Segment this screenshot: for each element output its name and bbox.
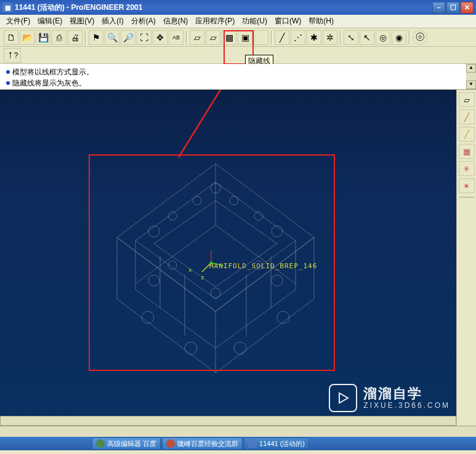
fit-button[interactable]: ⛶ <box>137 30 151 45</box>
doc-name: 11441 <box>15 3 35 12</box>
taskbar-item-2[interactable]: 咙嵴百度经验交流群 <box>162 437 243 450</box>
rtool-plane-icon[interactable]: ▱ <box>459 92 475 107</box>
app-icon: ▦ <box>2 2 12 12</box>
axis-label-z: z <box>201 274 204 281</box>
task-icon <box>166 439 175 448</box>
wireframe-button[interactable]: ▱ <box>190 30 204 45</box>
menu-view[interactable]: 视图(V) <box>66 15 98 28</box>
rtool-separator <box>459 197 474 197</box>
titlebar: ▦ 11441 (活动的) - Pro/ENGINEER 2001 – ☐ ✕ <box>0 0 476 15</box>
title-separator: - <box>67 3 69 12</box>
flag-button[interactable]: ⚑ <box>89 30 103 45</box>
menu-analysis[interactable]: 分析(A) <box>127 15 159 28</box>
close-button[interactable]: ✕ <box>461 2 474 14</box>
svg-point-11 <box>211 288 220 298</box>
message-scrollbar[interactable]: ▲ ▼ <box>466 64 476 89</box>
datum-csys-button[interactable]: ✲ <box>323 30 337 45</box>
datum-axis-button[interactable]: ⋰ <box>291 30 305 45</box>
svg-point-7 <box>272 226 283 237</box>
toolbar-separator <box>271 31 272 44</box>
menu-window[interactable]: 窗口(W) <box>271 15 305 28</box>
svg-point-6 <box>148 226 159 237</box>
rtool-line-icon[interactable]: ╱ <box>459 110 475 124</box>
zoomin-button[interactable]: 🔍 <box>105 30 119 45</box>
menu-help[interactable]: 帮助(H) <box>305 15 337 28</box>
task-icon <box>96 439 105 448</box>
pan-button[interactable]: ✥ <box>153 30 167 45</box>
shaded-button[interactable]: ▣ <box>238 30 252 45</box>
right-toolbar: ▱ ╱ ╱ ▦ ✳ ✶ <box>456 90 476 426</box>
task-label-1: 高级编辑器 百度 <box>107 439 156 448</box>
menu-functions[interactable]: 功能(U) <box>238 15 271 28</box>
menu-info[interactable]: 信息(N) <box>159 15 192 28</box>
target-button[interactable]: ◎ <box>376 30 390 45</box>
scroll-up-button[interactable]: ▲ <box>466 64 476 73</box>
task-label-3: 11441 (活动的) <box>259 439 305 448</box>
window-title: 11441 (活动的) - Pro/ENGINEER 2001 <box>15 2 432 13</box>
svg-point-2 <box>230 196 238 205</box>
menu-application[interactable]: 应用程序(P) <box>192 15 238 28</box>
menu-insert[interactable]: 插入(I) <box>98 15 127 28</box>
hiddenline-button[interactable]: ▱ <box>206 30 220 45</box>
new-button[interactable]: 🗋 <box>4 30 18 45</box>
rtool-hatch-icon[interactable]: ▦ <box>459 144 475 159</box>
datum-plane-button[interactable]: ╱ <box>275 30 289 45</box>
svg-point-14 <box>234 342 246 354</box>
bullet-icon <box>6 70 10 74</box>
minimize-button[interactable]: – <box>432 2 445 14</box>
message-text-1: 模型将以线框方式显示。 <box>12 66 94 78</box>
datum-point-button[interactable]: ✱ <box>307 30 321 45</box>
toolbar-separator <box>186 31 187 44</box>
toolbar-separator <box>340 31 341 44</box>
cursor-help-button[interactable]: ⭡? <box>4 48 21 63</box>
print-button[interactable]: 🖨 <box>68 30 83 45</box>
status-bar <box>0 426 476 437</box>
arrow-button[interactable]: ↖ <box>360 30 374 45</box>
rtool-star-icon[interactable]: ✶ <box>459 178 475 193</box>
svg-line-20 <box>179 90 243 157</box>
message-text-2: 隐藏线将显示为灰色。 <box>12 78 86 89</box>
active-label: (活动的) <box>38 3 65 12</box>
main-toolbar: 🗋 📂 💾 ⎙ 🖨 ⚑ 🔍 🔎 ⛶ ✥ AB ▱ ▱ ▩ ▣ ╱ ⋰ ✱ ✲ ⤡… <box>0 28 476 47</box>
ring2-button[interactable]: ◉ <box>392 30 406 45</box>
blank-button[interactable] <box>254 30 268 45</box>
watermark-url: ZIXUE.3D66.COM <box>363 402 450 410</box>
viewport[interactable]: x z MANIFOLD_SOLID_BREP_146 溜溜自学 ZIXUE.3… <box>0 90 456 426</box>
open-button[interactable]: 📂 <box>20 30 34 45</box>
nohidden-button[interactable]: ▩ <box>222 30 236 45</box>
taskbar-item-3[interactable]: 11441 (活动的) <box>244 437 309 450</box>
bullet-icon <box>6 81 10 85</box>
secondary-toolbar: ⭡? <box>0 47 476 64</box>
message-line: 模型将以线框方式显示。 <box>6 66 470 78</box>
main-area: x z MANIFOLD_SOLID_BREP_146 溜溜自学 ZIXUE.3… <box>0 90 476 426</box>
toolbar-separator <box>409 31 410 44</box>
saveall-button[interactable]: ⎙ <box>52 30 67 45</box>
axis-button[interactable]: ⤡ <box>344 30 358 45</box>
menu-file[interactable]: 文件(F) <box>2 15 34 28</box>
svg-point-12 <box>142 311 154 324</box>
svg-point-13 <box>185 342 197 354</box>
svg-point-8 <box>148 275 159 286</box>
scroll-down-button[interactable]: ▼ <box>466 81 476 89</box>
message-panel: 模型将以线框方式显示。 隐藏线将显示为灰色。 ▲ ▼ <box>0 64 476 90</box>
note-button[interactable]: AB <box>169 30 184 45</box>
task-icon <box>248 439 257 448</box>
taskbar-item-1[interactable]: 高级编辑器 百度 <box>92 437 161 450</box>
save-button[interactable]: 💾 <box>36 30 50 45</box>
svg-point-1 <box>193 196 201 205</box>
watermark-brand: 溜溜自学 <box>363 386 450 401</box>
maximize-button[interactable]: ☐ <box>446 2 459 14</box>
watermark-logo-icon <box>329 384 357 412</box>
window-controls: – ☐ ✕ <box>432 2 474 14</box>
toolbar-separator <box>85 31 86 44</box>
rtool-point-icon[interactable]: ✳ <box>459 161 475 176</box>
viewport-horizontal-scrollbar[interactable] <box>0 416 456 426</box>
ring3-button[interactable]: ⦾ <box>413 30 427 45</box>
message-line: 隐藏线将显示为灰色。 <box>6 78 470 89</box>
rtool-dline-icon[interactable]: ╱ <box>459 127 475 141</box>
taskbar: 高级编辑器 百度 咙嵴百度经验交流群 11441 (活动的) <box>0 437 476 450</box>
model-name-label: MANIFOLD_SOLID_BREP_146 <box>209 262 317 270</box>
zoomout-button[interactable]: 🔎 <box>121 30 135 45</box>
menu-edit[interactable]: 编辑(E) <box>34 15 66 28</box>
menubar: 文件(F) 编辑(E) 视图(V) 插入(I) 分析(A) 信息(N) 应用程序… <box>0 15 476 28</box>
